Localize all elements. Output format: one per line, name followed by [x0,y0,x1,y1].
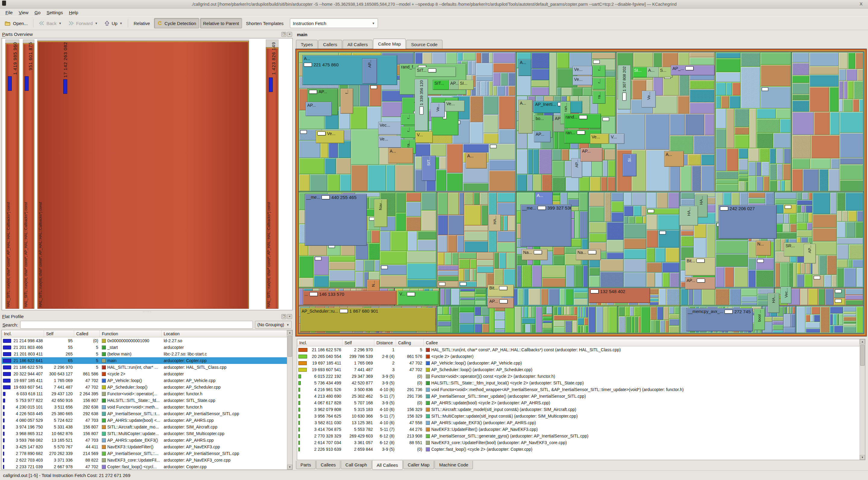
column-header-function[interactable]: Function [100,330,161,337]
treemap-cell[interactable]: __me...440 255 465 [305,194,367,246]
table-row[interactable]: 21 186 622 5762 296 97015HAL_SITL::run(i… [297,347,860,353]
search-input[interactable] [20,321,253,329]
treemap-cell[interactable]: HA... [489,214,501,231]
table-row[interactable]: 3 582 811 03013 125 3814-10 (6)47 558AP_… [297,419,860,426]
selected-function-marker[interactable] [8,76,12,91]
grouping-combobox[interactable]: (No Grouping) ▼ [255,321,292,329]
treemap-cell[interactable]: Ve... [316,130,344,143]
column-header-called[interactable]: Called [74,330,100,337]
close-panel-icon[interactable]: ✕ [287,314,292,319]
treemap-cell[interactable]: AP_Scheduler::ru...1 867 680 901 [300,307,436,332]
event-type-combobox[interactable]: Instruction Fetch ▼ [290,19,378,28]
table-row[interactable]: 5 753 977 82242 650 916156 807HALSITL::S… [2,397,287,404]
title-bar[interactable]: ./callgrind.out [/home/pbarker/rc/ardupi… [0,0,868,8]
table-row[interactable]: 3 962 079 8085 315 1834-10 (6)156 329SIT… [297,406,860,413]
all-callees-scrollbar[interactable]: ▲ ▼ [860,339,865,460]
column-header-incl[interactable]: Incl. [2,330,44,337]
table-row[interactable]: 4 230 015 1013 511 656292 638void Functo… [2,404,287,410]
treemap-cell[interactable]: A... [518,59,531,76]
scroll-up-icon[interactable]: ▲ [860,339,865,344]
scroll-down-icon[interactable]: ▼ [860,455,865,460]
table-row[interactable]: 21 186 622 641655mainarducopter: Copter.… [2,357,287,364]
treemap-cell[interactable]: r... [401,113,416,125]
table-row[interactable]: 2 233 721 0392 667 97847 702Copter::fast… [2,463,287,470]
table-row[interactable]: 4 226 503 44525 380 665292 638AP_Inertia… [2,410,287,417]
tab-caller-map[interactable]: Caller Map [403,461,434,469]
table-row[interactable]: 19 693 607 5417 441 487347 702AP_Schedul… [297,366,860,373]
treemap-cell[interactable]: Ve... [642,91,656,108]
trace-part[interactable]: 17 142 263 082HAL_SITL::run(int, char* c… [37,39,249,309]
treemap-cell[interactable]: AP_Inerti... [533,101,582,113]
treemap-cell[interactable]: ...146 133 570 [303,291,397,305]
treemap-cell[interactable]: __me...399 327 536 [521,204,571,247]
table-row[interactable]: 3 425 147 8205 570 76744 411NavEKF3::Upd… [2,444,287,450]
table-row[interactable]: 3 593 768 08213 165 52147 703AP_AHRS::up… [2,437,287,444]
table-row[interactable]: 4 080 057 5295 724 62247 703AP_AHRS::upd… [2,417,287,424]
table-row[interactable]: 5 736 434 49942 520 8773-9 (5)(0)HALSITL… [297,380,860,386]
tab-callees[interactable]: Callees [316,461,340,469]
table-row[interactable]: 21 214 998 43895(0)0x0000000000001090ld-… [2,337,287,344]
tab-parts[interactable]: Parts [296,461,315,469]
treemap-cell[interactable]: HA... [679,206,698,226]
treemap-cell[interactable]: __memcpy_avx_...272 745 778 [686,308,753,331]
treemap-cell[interactable]: A... [466,153,487,168]
treemap-cell[interactable]: Bit... [488,284,514,296]
trace-part[interactable]: 951 601 875HAL_SITL::run(int, char* cons… [23,39,34,309]
menu-item-view[interactable]: View [16,9,31,16]
up-button[interactable]: Up ▼ [101,18,125,28]
menu-item-go[interactable]: Go [31,9,43,16]
tab-callee-map[interactable]: Callee Map [373,38,406,49]
table-row[interactable]: 19 697 185 4111 765 06947 702AP_Vehicle:… [2,377,287,384]
treemap-cell[interactable]: HA... [768,293,779,313]
treemap-cell[interactable]: AP... [488,298,514,308]
back-dropdown-icon[interactable]: ▼ [59,22,62,25]
treemap-cell[interactable]: ra... [592,91,606,104]
table-row[interactable]: 3 968 865 31210 662 876156 807SITL::Mult… [2,430,287,437]
table-row[interactable]: 2 622 703 4033 371 33688 822NavEKF3_core… [2,457,287,463]
tab-all-callees[interactable]: All Callees [372,460,403,470]
treemap-cell[interactable]: Ve... [572,76,592,85]
close-icon[interactable]: X [860,1,863,6]
column-header-self[interactable]: Self [342,339,374,346]
treemap-cell[interactable]: bool ... [754,309,765,330]
treemap-cell[interactable]: Na... [576,249,601,260]
column-header-incl[interactable]: Incl. [297,339,342,346]
treemap-cell[interactable]: r... [592,65,606,77]
forward-dropdown-icon[interactable]: ▼ [95,22,98,25]
treemap-cell[interactable]: AP... [534,131,550,142]
table-row[interactable]: 2 770 328 329269 429 6036-12 (8)213 908A… [297,433,860,439]
selected-function-marker[interactable] [63,79,67,94]
column-header-self[interactable]: Self [44,330,74,337]
table-row[interactable]: 21 186 622 5762 296 9705HAL_SITL::run(in… [2,364,287,370]
treemap-cell[interactable]: Ve... [445,100,465,112]
treemap-cell[interactable]: SI... [622,154,637,176]
cycle-detection-button[interactable]: Cycle Detection [154,18,199,28]
table-row[interactable]: 2 778 890 682270 262 339214 569AP_Inerti… [2,450,287,457]
table-row[interactable]: 4 067 617 8285 707 1683-9 (5)(0)AP_AHRS:… [297,399,860,406]
treemap-cell[interactable]: A... [518,100,532,133]
column-header-callee[interactable]: Callee [424,339,860,346]
treemap-cell[interactable]: AP... [306,102,332,116]
treemap-cell[interactable]: SIT... [415,67,456,77]
treemap-cell[interactable]: Nav... [374,199,387,227]
open-button[interactable]: Open... [2,18,31,28]
table-row[interactable]: 3 414 704 8755 553 7825-11 (7)44 276NavE… [297,426,860,433]
treemap-cell[interactable]: r... [401,126,416,138]
treemap-cell[interactable]: Ve... [378,136,404,147]
treemap-cell[interactable]: SI... [458,80,474,90]
tab-callers[interactable]: Callers [318,40,342,49]
shorten-templates-button[interactable]: Shorten Templates [243,18,287,28]
treemap-cell[interactable]: 132 548 402 [589,288,650,303]
treemap-cell[interactable]: rand... [564,114,601,128]
treemap-cell[interactable]: f... [340,88,353,114]
table-row[interactable]: 20 265 040 554299 786 5392-8 (4)861 576<… [297,353,860,360]
treemap-cell[interactable]: 1 307 808 202 [618,65,631,110]
scrollbar-thumb[interactable] [860,344,865,366]
tab-all-callers[interactable]: All Callers [343,40,373,49]
table-row[interactable]: 6 015 222 19229 347 3693-9 (5)(0)Functor… [297,373,860,380]
tab-call-graph[interactable]: Call Graph [341,461,372,469]
table-row[interactable]: 19 697 185 4111 765 069247 702AP_Vehicle… [297,360,860,366]
column-header-location[interactable]: Location [161,330,287,337]
treemap-cell[interactable]: Vec... [378,122,404,135]
treemap-cell[interactable]: AP... [804,244,815,264]
